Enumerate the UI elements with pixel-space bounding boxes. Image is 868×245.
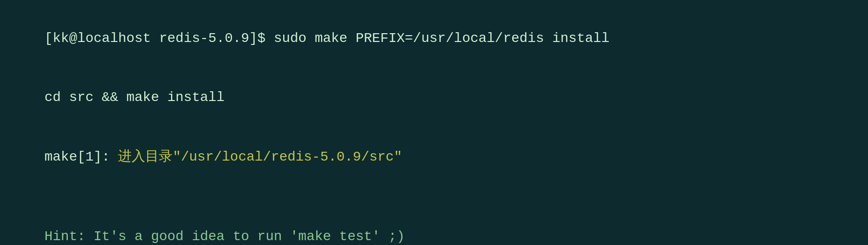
terminal-line-3: make[1]: 进入目录"/usr/local/redis-5.0.9/src… xyxy=(12,128,856,187)
terminal-empty-line-4 xyxy=(12,187,856,207)
terminal-line-5: Hint: It's a good idea to run 'make test… xyxy=(12,207,856,245)
terminal-line-2: cd src && make install xyxy=(12,68,856,128)
line3-prefix: make[1]: xyxy=(44,149,118,164)
terminal-line-1: [kk@localhost redis-5.0.9]$ sudo make PR… xyxy=(12,9,856,68)
line2-text: cd src && make install xyxy=(44,90,225,105)
line1-text: [kk@localhost redis-5.0.9]$ sudo make PR… xyxy=(44,31,609,46)
line3-dir: 进入目录"/usr/local/redis-5.0.9/src" xyxy=(118,149,402,164)
terminal-window: [kk@localhost redis-5.0.9]$ sudo make PR… xyxy=(12,9,856,236)
line5-hint: Hint: It's a good idea to run 'make test… xyxy=(44,229,405,244)
